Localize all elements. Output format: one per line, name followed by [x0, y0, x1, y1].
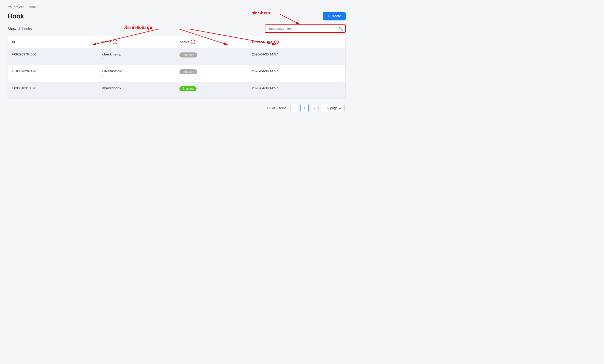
cell-active: Disabled — [175, 48, 248, 65]
show-count: Show 3 hooks — [8, 27, 32, 31]
cell-id: H097953784606 — [8, 48, 98, 65]
col-active[interactable]: Active − — [175, 36, 248, 48]
breadcrumb: my_project / hook — [8, 5, 346, 9]
cell-active: Enabled — [175, 82, 248, 99]
breadcrumb-project[interactable]: my_project — [8, 5, 24, 9]
col-created-time[interactable]: Created Time ↓ — [248, 36, 345, 48]
table-row[interactable]: H090310313026 mywebhook - Enabled 2020-0… — [8, 82, 345, 99]
per-page-selector[interactable]: 10 / page ⌄ — [321, 104, 345, 112]
create-button[interactable]: + Create — [323, 12, 346, 20]
hooks-table: ID Name − Active − — [8, 36, 346, 99]
table-row[interactable]: H097953784606 check_temp - Disabled 2020… — [8, 48, 345, 65]
breadcrumb-current: hook — [29, 5, 36, 9]
cell-name: LINENOTIFY - — [98, 65, 176, 82]
prev-page-button[interactable]: ‹ — [290, 104, 298, 112]
pagination: 1-3 of 3 items ‹ 1 › 10 / page ⌄ — [8, 104, 346, 112]
col-id: ID — [8, 36, 98, 48]
table-row[interactable]: H180098287178 LINENOTIFY - Disabled 2020… — [8, 65, 345, 82]
search-icon: 🔍 — [339, 27, 343, 31]
page-title: Hook — [8, 12, 24, 20]
cell-id: H090310313026 — [8, 82, 98, 99]
cell-created-time: 2020-04-30 14:57 — [248, 48, 345, 65]
created-time-sort-icon: ↓ — [274, 40, 279, 44]
col-name[interactable]: Name − — [98, 36, 176, 48]
cell-name: check_temp - — [98, 48, 176, 65]
active-sort-icon: − — [191, 40, 195, 44]
cell-id: H180098287178 — [8, 65, 98, 82]
search-input[interactable] — [265, 24, 346, 33]
cell-created-time: 2020-04-30 14:57 — [248, 65, 345, 82]
next-page-button[interactable]: › — [311, 104, 319, 112]
breadcrumb-separator: / — [25, 5, 26, 9]
page-1-button[interactable]: 1 — [300, 104, 309, 112]
cell-active: Disabled — [175, 65, 248, 82]
name-sort-icon: − — [113, 40, 117, 44]
table-header-row: ID Name − Active − — [8, 36, 345, 48]
cell-name: mywebhook - — [98, 82, 176, 99]
cell-created-time: 2020-04-30 14:57 — [248, 82, 345, 99]
search-box: 🔍 — [265, 24, 346, 33]
chevron-down-icon: ⌄ — [339, 106, 341, 110]
pagination-info: 1-3 of 3 items — [266, 106, 286, 110]
